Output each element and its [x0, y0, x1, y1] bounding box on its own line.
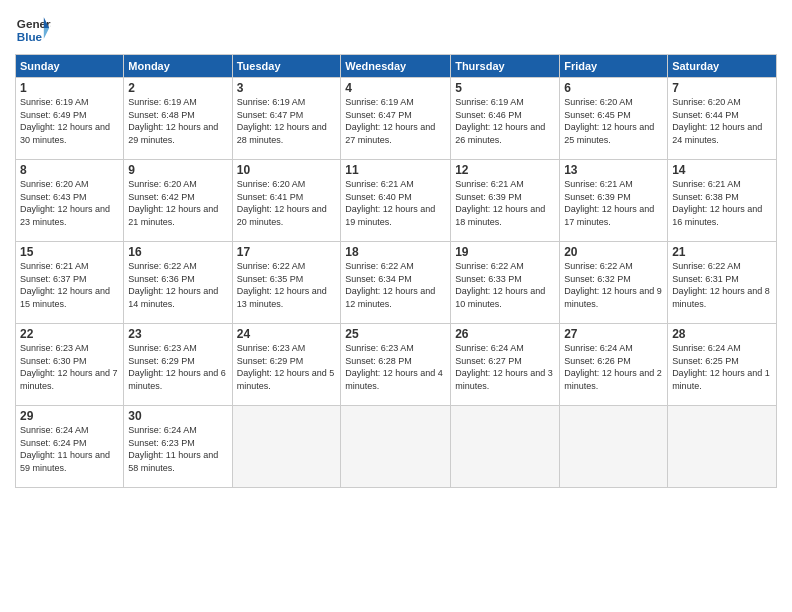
calendar-week-row: 29Sunrise: 6:24 AMSunset: 6:24 PMDayligh…	[16, 406, 777, 488]
day-info: Sunrise: 6:19 AMSunset: 6:47 PMDaylight:…	[237, 96, 337, 146]
day-number: 5	[455, 81, 555, 95]
day-number: 8	[20, 163, 119, 177]
day-number: 15	[20, 245, 119, 259]
calendar-cell: 10Sunrise: 6:20 AMSunset: 6:41 PMDayligh…	[232, 160, 341, 242]
day-number: 24	[237, 327, 337, 341]
day-info: Sunrise: 6:23 AMSunset: 6:30 PMDaylight:…	[20, 342, 119, 392]
day-info: Sunrise: 6:20 AMSunset: 6:41 PMDaylight:…	[237, 178, 337, 228]
logo: General Blue	[15, 10, 51, 46]
svg-text:Blue: Blue	[17, 30, 43, 43]
calendar-cell: 17Sunrise: 6:22 AMSunset: 6:35 PMDayligh…	[232, 242, 341, 324]
day-info: Sunrise: 6:22 AMSunset: 6:34 PMDaylight:…	[345, 260, 446, 310]
calendar-cell: 30Sunrise: 6:24 AMSunset: 6:23 PMDayligh…	[124, 406, 232, 488]
calendar-cell: 24Sunrise: 6:23 AMSunset: 6:29 PMDayligh…	[232, 324, 341, 406]
day-number: 22	[20, 327, 119, 341]
weekday-header-row: SundayMondayTuesdayWednesdayThursdayFrid…	[16, 55, 777, 78]
day-info: Sunrise: 6:24 AMSunset: 6:23 PMDaylight:…	[128, 424, 227, 474]
calendar-cell	[341, 406, 451, 488]
day-number: 28	[672, 327, 772, 341]
day-number: 16	[128, 245, 227, 259]
day-number: 23	[128, 327, 227, 341]
calendar-cell: 25Sunrise: 6:23 AMSunset: 6:28 PMDayligh…	[341, 324, 451, 406]
header: General Blue	[15, 10, 777, 46]
day-number: 20	[564, 245, 663, 259]
calendar-cell: 21Sunrise: 6:22 AMSunset: 6:31 PMDayligh…	[668, 242, 777, 324]
day-info: Sunrise: 6:22 AMSunset: 6:33 PMDaylight:…	[455, 260, 555, 310]
calendar-cell	[668, 406, 777, 488]
calendar-cell: 5Sunrise: 6:19 AMSunset: 6:46 PMDaylight…	[451, 78, 560, 160]
calendar-cell: 23Sunrise: 6:23 AMSunset: 6:29 PMDayligh…	[124, 324, 232, 406]
calendar-cell: 15Sunrise: 6:21 AMSunset: 6:37 PMDayligh…	[16, 242, 124, 324]
day-number: 17	[237, 245, 337, 259]
svg-marker-3	[44, 28, 49, 39]
day-info: Sunrise: 6:20 AMSunset: 6:45 PMDaylight:…	[564, 96, 663, 146]
calendar-cell: 4Sunrise: 6:19 AMSunset: 6:47 PMDaylight…	[341, 78, 451, 160]
day-number: 2	[128, 81, 227, 95]
weekday-header-saturday: Saturday	[668, 55, 777, 78]
calendar-cell: 27Sunrise: 6:24 AMSunset: 6:26 PMDayligh…	[560, 324, 668, 406]
calendar-cell: 8Sunrise: 6:20 AMSunset: 6:43 PMDaylight…	[16, 160, 124, 242]
day-info: Sunrise: 6:21 AMSunset: 6:39 PMDaylight:…	[564, 178, 663, 228]
day-info: Sunrise: 6:19 AMSunset: 6:47 PMDaylight:…	[345, 96, 446, 146]
day-number: 14	[672, 163, 772, 177]
logo-icon: General Blue	[15, 10, 51, 46]
calendar-cell: 11Sunrise: 6:21 AMSunset: 6:40 PMDayligh…	[341, 160, 451, 242]
day-info: Sunrise: 6:24 AMSunset: 6:26 PMDaylight:…	[564, 342, 663, 392]
calendar-cell: 22Sunrise: 6:23 AMSunset: 6:30 PMDayligh…	[16, 324, 124, 406]
day-info: Sunrise: 6:20 AMSunset: 6:44 PMDaylight:…	[672, 96, 772, 146]
day-info: Sunrise: 6:22 AMSunset: 6:31 PMDaylight:…	[672, 260, 772, 310]
day-number: 12	[455, 163, 555, 177]
day-number: 3	[237, 81, 337, 95]
calendar-cell: 1Sunrise: 6:19 AMSunset: 6:49 PMDaylight…	[16, 78, 124, 160]
weekday-header-wednesday: Wednesday	[341, 55, 451, 78]
day-info: Sunrise: 6:21 AMSunset: 6:39 PMDaylight:…	[455, 178, 555, 228]
calendar-week-row: 1Sunrise: 6:19 AMSunset: 6:49 PMDaylight…	[16, 78, 777, 160]
day-info: Sunrise: 6:22 AMSunset: 6:36 PMDaylight:…	[128, 260, 227, 310]
calendar-week-row: 15Sunrise: 6:21 AMSunset: 6:37 PMDayligh…	[16, 242, 777, 324]
day-info: Sunrise: 6:21 AMSunset: 6:38 PMDaylight:…	[672, 178, 772, 228]
weekday-header-monday: Monday	[124, 55, 232, 78]
day-number: 4	[345, 81, 446, 95]
calendar-cell: 18Sunrise: 6:22 AMSunset: 6:34 PMDayligh…	[341, 242, 451, 324]
weekday-header-thursday: Thursday	[451, 55, 560, 78]
calendar-cell: 20Sunrise: 6:22 AMSunset: 6:32 PMDayligh…	[560, 242, 668, 324]
day-info: Sunrise: 6:20 AMSunset: 6:43 PMDaylight:…	[20, 178, 119, 228]
calendar-cell: 6Sunrise: 6:20 AMSunset: 6:45 PMDaylight…	[560, 78, 668, 160]
day-number: 1	[20, 81, 119, 95]
day-number: 30	[128, 409, 227, 423]
day-number: 18	[345, 245, 446, 259]
day-info: Sunrise: 6:22 AMSunset: 6:32 PMDaylight:…	[564, 260, 663, 310]
calendar-cell: 19Sunrise: 6:22 AMSunset: 6:33 PMDayligh…	[451, 242, 560, 324]
calendar-cell: 26Sunrise: 6:24 AMSunset: 6:27 PMDayligh…	[451, 324, 560, 406]
day-number: 6	[564, 81, 663, 95]
calendar-week-row: 22Sunrise: 6:23 AMSunset: 6:30 PMDayligh…	[16, 324, 777, 406]
calendar-table: SundayMondayTuesdayWednesdayThursdayFrid…	[15, 54, 777, 488]
day-info: Sunrise: 6:24 AMSunset: 6:24 PMDaylight:…	[20, 424, 119, 474]
weekday-header-sunday: Sunday	[16, 55, 124, 78]
day-number: 29	[20, 409, 119, 423]
calendar-cell	[232, 406, 341, 488]
day-info: Sunrise: 6:19 AMSunset: 6:46 PMDaylight:…	[455, 96, 555, 146]
day-info: Sunrise: 6:23 AMSunset: 6:29 PMDaylight:…	[237, 342, 337, 392]
calendar-cell: 7Sunrise: 6:20 AMSunset: 6:44 PMDaylight…	[668, 78, 777, 160]
day-number: 9	[128, 163, 227, 177]
calendar-cell: 14Sunrise: 6:21 AMSunset: 6:38 PMDayligh…	[668, 160, 777, 242]
calendar-cell: 3Sunrise: 6:19 AMSunset: 6:47 PMDaylight…	[232, 78, 341, 160]
calendar-cell: 28Sunrise: 6:24 AMSunset: 6:25 PMDayligh…	[668, 324, 777, 406]
day-info: Sunrise: 6:22 AMSunset: 6:35 PMDaylight:…	[237, 260, 337, 310]
day-number: 26	[455, 327, 555, 341]
calendar-week-row: 8Sunrise: 6:20 AMSunset: 6:43 PMDaylight…	[16, 160, 777, 242]
calendar-cell: 2Sunrise: 6:19 AMSunset: 6:48 PMDaylight…	[124, 78, 232, 160]
calendar-cell: 9Sunrise: 6:20 AMSunset: 6:42 PMDaylight…	[124, 160, 232, 242]
day-info: Sunrise: 6:23 AMSunset: 6:28 PMDaylight:…	[345, 342, 446, 392]
day-number: 25	[345, 327, 446, 341]
page: General Blue SundayMondayTuesdayWednesda…	[0, 0, 792, 612]
day-info: Sunrise: 6:21 AMSunset: 6:37 PMDaylight:…	[20, 260, 119, 310]
calendar-cell	[560, 406, 668, 488]
day-number: 11	[345, 163, 446, 177]
day-info: Sunrise: 6:19 AMSunset: 6:48 PMDaylight:…	[128, 96, 227, 146]
day-info: Sunrise: 6:24 AMSunset: 6:27 PMDaylight:…	[455, 342, 555, 392]
calendar-cell: 13Sunrise: 6:21 AMSunset: 6:39 PMDayligh…	[560, 160, 668, 242]
calendar-cell	[451, 406, 560, 488]
day-info: Sunrise: 6:24 AMSunset: 6:25 PMDaylight:…	[672, 342, 772, 392]
